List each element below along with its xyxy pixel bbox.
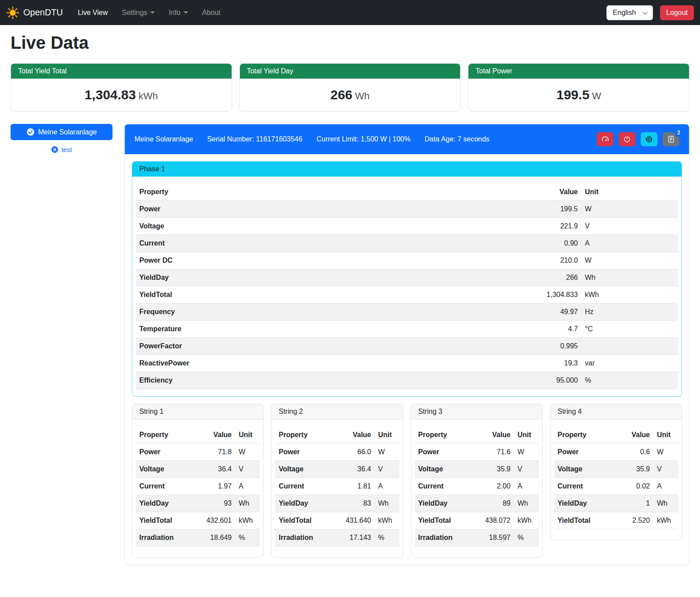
property-cell: Temperature	[136, 321, 403, 338]
logout-button[interactable]: Logout	[660, 5, 694, 20]
table-header-row: Property Value Unit	[136, 184, 678, 201]
string-table: Property Value Unit Power	[275, 427, 399, 546]
property-cell: Power	[415, 444, 471, 461]
table-row: Voltage 36.4 V	[275, 461, 399, 478]
value-cell: 2.520	[615, 512, 653, 529]
card-value-area: 199.5W	[468, 79, 689, 111]
value-cell: 71.6	[470, 444, 514, 461]
nav-settings[interactable]: Settings	[115, 5, 162, 20]
nav-live-view[interactable]: Live View	[71, 5, 115, 20]
property-cell: YieldTotal	[136, 286, 403, 304]
property-cell: YieldTotal	[415, 512, 471, 529]
unit-cell: A	[581, 235, 678, 252]
sidebar-item-inverter[interactable]: Meine Solaranlage	[11, 124, 112, 140]
value-cell: 71.8	[192, 444, 235, 461]
string-body: Property Value Unit Power	[411, 420, 542, 557]
property-cell: YieldTotal	[275, 512, 331, 529]
table-header-row: Property Value Unit	[415, 427, 539, 444]
table-header-row: Property Value Unit	[275, 427, 399, 444]
property-cell: Current	[136, 478, 192, 495]
table-row: Power 199.5 W	[136, 201, 678, 218]
string-table-body: Power 71.8 W Voltage 36.4 V	[136, 444, 260, 546]
value-cell: 2.00	[470, 478, 514, 495]
table-row: YieldTotal 2.520 kWh	[554, 512, 678, 529]
inverter-card: Meine Solaranlage Serial Number: 1161716…	[124, 124, 689, 565]
property-cell: Frequency	[136, 304, 403, 321]
property-cell: ReactivePower	[136, 355, 403, 372]
property-cell: YieldDay	[136, 495, 192, 512]
nav-live-view-label: Live View	[78, 9, 108, 17]
unit-cell: Wh	[375, 495, 399, 512]
value-cell: 66.0	[331, 444, 374, 461]
unit-cell: kWh	[653, 512, 678, 529]
x-circle-icon	[51, 146, 58, 153]
table-row: Power 66.0 W	[275, 444, 399, 461]
property-cell: Voltage	[415, 461, 471, 478]
nav-links: Live View Settings Info About	[71, 5, 228, 20]
value-cell: 0.995	[403, 338, 581, 355]
unit-cell: kWh	[235, 512, 260, 529]
unit-cell: %	[235, 529, 260, 546]
power-icon	[623, 135, 631, 143]
card-value-area: 1,304.83kWh	[11, 79, 232, 111]
phase-body: Property Value Unit Power	[132, 177, 682, 396]
string-3-card: String 3 Property Value Unit	[411, 404, 543, 557]
language-selected-value: English	[613, 9, 636, 17]
events-button[interactable]: 2	[663, 132, 679, 146]
table-row: Current 1.81 A	[275, 478, 399, 495]
column-unit: Unit	[375, 427, 399, 444]
brand[interactable]: OpenDTU	[6, 6, 63, 19]
device-info-button[interactable]	[641, 132, 657, 146]
language-select[interactable]: English	[606, 5, 653, 20]
value-cell: 95.000	[403, 372, 581, 389]
unit-cell: W	[514, 444, 539, 461]
value-cell: 18.597	[470, 529, 514, 546]
table-row: Frequency 49.97 Hz	[136, 304, 678, 321]
summary-value: 1,304.83	[84, 87, 136, 102]
inverter-serial: Serial Number: 116171603546	[207, 135, 302, 143]
table-row: Power 0.6 W	[554, 444, 678, 461]
inverter-header: Meine Solaranlage Serial Number: 1161716…	[125, 124, 689, 154]
nav-about[interactable]: About	[195, 5, 228, 20]
property-cell: Voltage	[136, 461, 192, 478]
card-value-area: 266Wh	[240, 79, 461, 111]
unit-cell: W	[235, 444, 260, 461]
table-row: Current 0.90 A	[136, 235, 678, 252]
phase-card: Phase 1 Property Value Unit	[132, 161, 682, 397]
string-title: String 2	[272, 404, 403, 420]
table-row: ReactivePower 19.3 var	[136, 355, 678, 372]
unit-cell: W	[653, 444, 678, 461]
property-cell: YieldTotal	[136, 512, 192, 529]
power-button[interactable]	[619, 132, 635, 146]
property-cell: Current	[136, 235, 403, 252]
limit-button[interactable]	[597, 132, 613, 146]
value-cell: 210.0	[403, 252, 581, 269]
summary-row: Total Yield Total 1,304.83kWh Total Yiel…	[11, 63, 689, 112]
sidebar-item-label: Meine Solaranlage	[38, 128, 97, 136]
property-cell: YieldDay	[275, 495, 331, 512]
property-cell: YieldTotal	[554, 512, 615, 529]
property-cell: YieldDay	[136, 269, 403, 286]
table-row: YieldDay 1 Wh	[554, 495, 678, 512]
sidebar-item-test[interactable]: test	[51, 146, 72, 153]
unit-cell: V	[375, 461, 399, 478]
table-row: Current 2.00 A	[415, 478, 539, 495]
property-cell: YieldDay	[415, 495, 471, 512]
string-body: Property Value Unit Power	[132, 420, 263, 557]
nav-info[interactable]: Info	[162, 5, 195, 20]
column-value: Value	[403, 184, 581, 201]
table-row: YieldDay 89 Wh	[415, 495, 539, 512]
property-cell: Irradiation	[415, 529, 471, 546]
unit-cell: W	[581, 201, 678, 218]
cpu-icon	[645, 135, 653, 143]
property-cell: YieldDay	[554, 495, 615, 512]
value-cell: 83	[331, 495, 374, 512]
value-cell: 4.7	[403, 321, 581, 338]
caret-down-icon	[150, 11, 155, 14]
phase-table-body: Power 199.5 W Voltage 221.9 V	[136, 201, 678, 389]
value-cell: 1.81	[331, 478, 374, 495]
string-body: Property Value Unit Power	[272, 420, 403, 557]
value-cell: 266	[403, 269, 581, 286]
column-value: Value	[331, 427, 374, 444]
value-cell: 18.649	[192, 529, 235, 546]
